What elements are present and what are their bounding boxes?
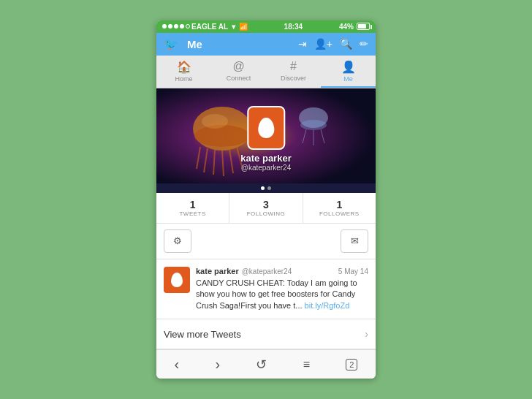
phone-frame: EAGLE AL ▾ 📶 18:34 44% 🐦 Me ⇥ 👤+ 🔍 ✏ 🏠 H… xyxy=(156,20,376,379)
message-button[interactable]: ✉ xyxy=(341,229,368,253)
tweets-count: 1 xyxy=(159,199,226,210)
stat-following[interactable]: 3 FOLLOWING xyxy=(229,193,303,223)
signal-dot-2 xyxy=(168,24,172,28)
chevron-right-icon: › xyxy=(365,328,368,340)
tabs-button[interactable]: 2 xyxy=(346,359,357,370)
tab-me-label: Me xyxy=(343,75,353,83)
status-bar: EAGLE AL ▾ 📶 18:34 44% xyxy=(156,20,376,33)
settings-icon: ⚙ xyxy=(173,235,182,246)
signal-dot-5 xyxy=(186,24,190,28)
action-buttons: ⚙ ✉ xyxy=(156,224,376,259)
forward-button[interactable]: › xyxy=(216,356,221,373)
stat-tweets[interactable]: 1 TWEETS xyxy=(156,193,229,223)
tweet-avatar-egg xyxy=(171,273,183,287)
stats-row: 1 TWEETS 3 FOLLOWING 1 FOLLOWERS xyxy=(156,193,376,224)
signal-dot-1 xyxy=(162,24,167,28)
refresh-button[interactable]: ↺ xyxy=(256,357,267,373)
tweet-item: kate parker @kateparker24 5 May 14 CANDY… xyxy=(156,259,376,319)
tab-discover-label: Discover xyxy=(281,75,306,82)
battery-fill xyxy=(358,24,366,28)
tab-home-label: Home xyxy=(175,75,192,83)
back-button[interactable]: ‹ xyxy=(175,356,180,373)
profile-banner: kate parker @kateparker24 xyxy=(156,88,376,183)
tweet-author-name: kate parker xyxy=(196,267,239,276)
signal-dot-3 xyxy=(174,24,178,28)
tab-me[interactable]: 👤 Me xyxy=(321,56,376,88)
tweets-label: TWEETS xyxy=(159,210,226,217)
profile-avatar xyxy=(247,106,285,150)
profile-handle: @kateparker24 xyxy=(240,164,291,172)
search-icon[interactable]: 🔍 xyxy=(340,38,352,50)
following-count: 3 xyxy=(232,199,299,210)
tweet-author-handle: @kateparker24 xyxy=(242,267,292,276)
status-time: 18:34 xyxy=(284,23,303,31)
home-icon: 🏠 xyxy=(177,60,191,74)
me-icon: 👤 xyxy=(341,60,356,74)
view-more-tweets[interactable]: View more Tweets › xyxy=(156,319,376,349)
svg-point-11 xyxy=(300,120,327,130)
page-dot-2 xyxy=(267,186,271,190)
tab-connect[interactable]: @ Connect xyxy=(211,56,266,88)
tweet-link[interactable]: bit.ly/RgfoZd xyxy=(305,301,350,310)
header-actions: ⇥ 👤+ 🔍 ✏ xyxy=(298,38,368,50)
twitter-header: 🐦 Me ⇥ 👤+ 🔍 ✏ xyxy=(156,33,376,56)
tweet-text: CANDY CRUSH CHEAT: Today I am going to s… xyxy=(196,278,368,311)
nav-tabs: 🏠 Home @ Connect # Discover 👤 Me xyxy=(156,56,376,88)
followers-label: FOLLOWERS xyxy=(306,210,373,217)
connect-icon: @ xyxy=(232,60,244,73)
view-more-label: View more Tweets xyxy=(164,329,241,340)
carrier-name: EAGLE AL xyxy=(191,23,228,31)
tweet-header: kate parker @kateparker24 5 May 14 xyxy=(196,267,368,276)
settings-button[interactable]: ⚙ xyxy=(164,229,191,253)
twitter-bird-icon: 🐦 xyxy=(164,37,178,51)
battery-icon xyxy=(357,23,370,30)
battery-percentage: 44% xyxy=(339,23,354,31)
profile-name: kate parker xyxy=(240,153,291,164)
signal-dot-4 xyxy=(180,24,184,28)
discover-icon: # xyxy=(290,60,297,73)
following-label: FOLLOWING xyxy=(232,210,299,217)
compose-icon[interactable]: ✏ xyxy=(360,38,368,50)
add-person-icon[interactable]: 👤+ xyxy=(314,38,332,50)
tab-connect-label: Connect xyxy=(227,75,251,82)
avatar-egg xyxy=(258,118,274,138)
status-left: EAGLE AL ▾ 📶 xyxy=(162,23,248,31)
tab-discover[interactable]: # Discover xyxy=(266,56,321,88)
page-dot-1 xyxy=(261,186,265,190)
message-icon: ✉ xyxy=(351,235,359,246)
wifi-icon: 📶 xyxy=(239,23,248,31)
logout-icon[interactable]: ⇥ xyxy=(298,38,307,50)
bottom-bar: ‹ › ↺ ≡ 2 xyxy=(156,349,376,379)
tab-home[interactable]: 🏠 Home xyxy=(156,56,211,88)
header-title: Me xyxy=(187,38,292,50)
tweet-content: kate parker @kateparker24 5 May 14 CANDY… xyxy=(196,267,368,311)
page-dots xyxy=(156,183,376,193)
menu-button[interactable]: ≡ xyxy=(303,358,310,371)
svg-point-9 xyxy=(202,114,228,129)
tweet-date: 5 May 14 xyxy=(338,267,368,276)
status-right: 44% xyxy=(339,23,370,31)
profile-info-overlay: kate parker @kateparker24 xyxy=(240,106,291,172)
signal-bars xyxy=(162,24,190,28)
stat-followers[interactable]: 1 FOLLOWERS xyxy=(303,193,376,223)
followers-count: 1 xyxy=(306,199,373,210)
tweet-avatar xyxy=(164,267,190,293)
